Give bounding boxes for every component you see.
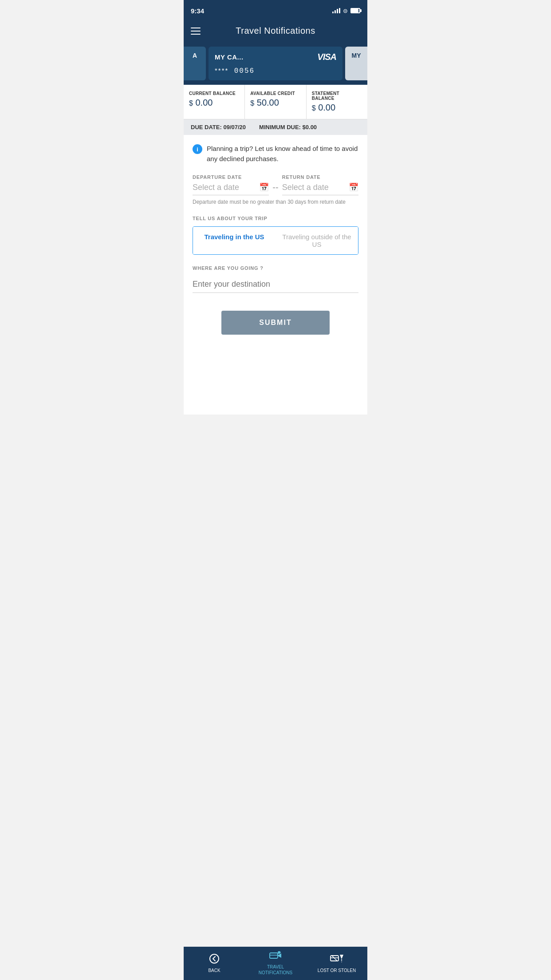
info-notice: i Planning a trip? Let us know ahead of … bbox=[193, 144, 358, 164]
available-credit: AVAILABLE CREDIT $ 50.00 bbox=[245, 85, 306, 119]
return-field: RETURN DATE Select a date 📅 bbox=[282, 174, 358, 195]
info-icon: i bbox=[193, 144, 202, 154]
wifi-icon: ⊜ bbox=[343, 8, 348, 14]
signal-icon bbox=[332, 8, 340, 13]
status-bar: 9:34 ⊜ bbox=[184, 0, 367, 20]
menu-button[interactable] bbox=[191, 28, 201, 35]
trip-option-intl[interactable]: Traveling outside of the US bbox=[276, 227, 358, 254]
card-peek-left[interactable]: A bbox=[184, 47, 206, 80]
peek-right-label: MY bbox=[352, 52, 361, 59]
departure-input[interactable]: Select a date 📅 bbox=[193, 182, 269, 195]
info-text: Planning a trip? Let us know ahead of ti… bbox=[207, 144, 358, 164]
statement-balance: STATEMENT BALANCE $ 0.00 bbox=[307, 85, 367, 119]
visa-logo: VISA bbox=[317, 52, 336, 62]
date-hint: Departure date must be no greater than 3… bbox=[193, 199, 358, 205]
trip-section-label: TELL US ABOUT YOUR TRIP bbox=[193, 216, 358, 221]
card-peek-right[interactable]: MY bbox=[345, 47, 367, 80]
date-section: DEPARTURE DATE Select a date 📅 -- RETURN… bbox=[193, 174, 358, 195]
balance-bar: CURRENT BALANCE $ 0.00 AVAILABLE CREDIT … bbox=[184, 85, 367, 119]
battery-icon bbox=[350, 8, 360, 13]
departure-label: DEPARTURE DATE bbox=[193, 174, 269, 180]
card-name: MY CA... bbox=[215, 53, 244, 61]
destination-label: WHERE ARE YOU GOING ? bbox=[193, 265, 358, 271]
status-icons: ⊜ bbox=[332, 8, 360, 14]
return-input[interactable]: Select a date 📅 bbox=[282, 182, 358, 195]
page-title: Travel Notifications bbox=[236, 26, 315, 36]
return-date-value: Select a date bbox=[282, 183, 345, 192]
current-balance: CURRENT BALANCE $ 0.00 bbox=[184, 85, 245, 119]
departure-calendar-icon[interactable]: 📅 bbox=[259, 182, 269, 192]
card-number: **** 0056 bbox=[215, 67, 255, 75]
main-content: i Planning a trip? Let us know ahead of … bbox=[184, 135, 367, 415]
header: Travel Notifications bbox=[184, 20, 367, 42]
card-carousel: A MY CA... VISA **** 0056 MY bbox=[184, 42, 367, 85]
return-label: RETURN DATE bbox=[282, 174, 358, 180]
submit-button[interactable]: SUBMIT bbox=[221, 311, 329, 335]
trip-toggle: Traveling in the US Traveling outside of… bbox=[193, 226, 358, 255]
due-date-bar: DUE DATE: 09/07/20 MINIMUM DUE: $0.00 bbox=[184, 119, 367, 135]
minimum-due: MINIMUM DUE: $0.00 bbox=[259, 124, 317, 130]
status-time: 9:34 bbox=[191, 7, 204, 15]
due-date: DUE DATE: 09/07/20 bbox=[191, 124, 246, 130]
departure-date-value: Select a date bbox=[193, 183, 256, 192]
departure-field: DEPARTURE DATE Select a date 📅 bbox=[193, 174, 269, 195]
return-calendar-icon[interactable]: 📅 bbox=[349, 182, 358, 192]
date-separator: -- bbox=[272, 182, 278, 195]
peek-left-label: A bbox=[193, 52, 197, 59]
card-active[interactable]: MY CA... VISA **** 0056 bbox=[209, 47, 342, 80]
destination-input[interactable] bbox=[193, 276, 358, 293]
trip-option-us[interactable]: Traveling in the US bbox=[193, 227, 276, 254]
destination-section: WHERE ARE YOU GOING ? bbox=[193, 265, 358, 293]
